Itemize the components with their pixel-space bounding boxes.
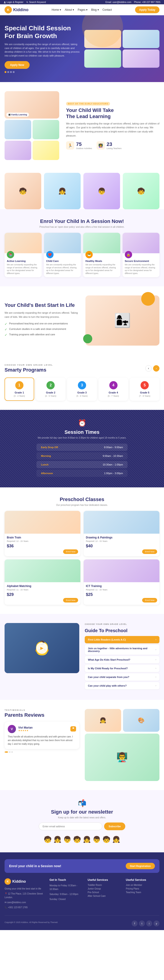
footer-logo[interactable]: K Kiddino	[5, 878, 45, 885]
footer-service-1[interactable]: Toddler Room	[88, 884, 121, 886]
hero-dot-2[interactable]	[7, 71, 9, 73]
stat-outdoor: 🏃 75 Outdoor Activities	[66, 142, 92, 150]
program-card-5[interactable]: 5 Grade 5 (7 - 8 Years)	[130, 377, 159, 401]
review-img-2: 🎨	[123, 709, 159, 732]
enrol-card-img-2	[44, 233, 81, 253]
guide-heading: Guide To Preschool	[85, 628, 159, 633]
review-img-large: 👨‍🏫	[85, 733, 159, 781]
review-dot-3[interactable]	[11, 751, 13, 753]
hero-apply-btn[interactable]: Apply Now	[5, 61, 30, 69]
newsletter-input[interactable]	[39, 822, 102, 830]
grade-ages-4: (6 - 7 Years)	[101, 395, 126, 397]
nav-pages[interactable]: Pages ▾	[78, 8, 88, 11]
footer-service-2[interactable]: Junior Group	[88, 888, 121, 890]
faq-item-6[interactable]: Can your child play with others? ›	[85, 682, 159, 689]
class-img-2	[84, 511, 159, 534]
enrol-heading: Enrol Your Child In A Session Now!	[5, 218, 159, 224]
nav-home[interactable]: Home ▾	[52, 8, 61, 11]
footer-service2-3[interactable]: Teaching Team	[126, 891, 159, 894]
beststart-circle-yellow	[141, 292, 155, 306]
reviews-images: 👧 🎨 👨‍🏫	[85, 709, 159, 781]
nav-about[interactable]: About ▾	[65, 8, 74, 11]
faq-arrow-6: ›	[156, 684, 156, 687]
logo[interactable]: K Kiddino	[5, 6, 29, 13]
enrol-card-4: 🔒 Secure Environment We are constantly e…	[123, 233, 160, 277]
register-button[interactable]: Start Registration	[126, 863, 155, 869]
reviewer-stars: ★★★★★	[18, 729, 33, 732]
session-label-3: Lunch	[41, 463, 49, 466]
faq-q-3: What Age Do Kids Start Preschool?	[88, 659, 130, 661]
faq-arrow-2: ›	[156, 648, 156, 651]
review-dot-2[interactable]	[9, 751, 11, 753]
twitter-icon[interactable]: t	[139, 921, 145, 926]
faq-item-3[interactable]: What Age Do Kids Start Preschool? ›	[85, 656, 159, 663]
prev-arrow[interactable]: ‹	[145, 365, 152, 372]
class-enrol-btn-1[interactable]: Enrol Now	[63, 549, 78, 554]
class-title-1: Brain Train	[7, 536, 78, 539]
session-row-2: Morning 9:00am - 10:30am	[37, 452, 127, 460]
class-enrol-btn-3[interactable]: Enrol Now	[63, 598, 78, 603]
footer-col4-heading: Useful Services	[126, 878, 159, 881]
footer-service-4[interactable]: After School Care	[88, 895, 121, 897]
apply-button[interactable]: Apply Today	[135, 6, 159, 13]
hero-heading: Special Child Session For Brain Growth	[5, 24, 80, 40]
program-card-1[interactable]: 1 Grade 1 (3 - 4 Years)	[5, 377, 34, 401]
footer-cta-heading: Enrol your child in a Session now!	[9, 864, 61, 868]
facebook-icon[interactable]: f	[132, 921, 138, 926]
search-bar[interactable]: Search Keyword	[26, 1, 46, 3]
session-time-3: 10:30am - 1:00pm	[103, 463, 123, 466]
skills-content: BEST OF THE EARLY EDUCATORS Your Child W…	[66, 102, 159, 150]
nav-contact[interactable]: Contact	[102, 8, 112, 11]
session-label-1: Early Drop Off	[41, 446, 58, 449]
play-button[interactable]: ▶	[36, 643, 48, 654]
newsletter-form: Subscribe	[39, 822, 125, 830]
instagram-icon[interactable]: i	[146, 921, 152, 926]
enrol-card-2: ❤️ Child Care We are constantly expandin…	[44, 233, 81, 277]
review-dot-1[interactable]	[5, 751, 8, 753]
hero-dot-3[interactable]	[10, 71, 12, 73]
class-card-3: Alphabet Matching Required: 11 - 15 Year…	[5, 559, 80, 605]
footer-service2-2[interactable]: Pricing Plans	[126, 888, 159, 890]
skill-img-2	[5, 120, 31, 139]
classes-sub: Our preschool program has four dedicated…	[5, 504, 159, 506]
footer-col2-heading: Get In Touch	[49, 878, 83, 881]
class-title-3: Alphabet Matching	[7, 584, 78, 588]
check-icon-2: ✓	[5, 328, 7, 331]
navbar: K Kiddino Home ▾ About ▾ Pages ▾ Blog ▾ …	[0, 4, 164, 15]
enrol-card-desc-2: We are constantly expanding the range of…	[46, 263, 79, 275]
faq-item-2[interactable]: Join us together - little adventures in …	[85, 645, 159, 655]
skill-img-4	[5, 141, 31, 160]
footer-grid: K Kiddino Giving your child the best sta…	[5, 878, 159, 911]
class-required-2: Required: 12 - 15 Years	[86, 540, 108, 542]
hero-dot-1[interactable]	[5, 71, 6, 73]
hero-dot-4[interactable]	[13, 71, 14, 73]
faq-arrow-3: ›	[156, 659, 156, 661]
session-time-4: 1:00pm - 3:00pm	[104, 472, 123, 475]
login-link[interactable]: Login & Register	[4, 1, 24, 3]
phone-contact: Phone: +00 227 897 7655	[134, 1, 160, 3]
check-item-3: ✓ Training programs with attentive and c…	[5, 333, 79, 337]
class-price-1: $36	[7, 544, 78, 549]
faq-item-1[interactable]: First Little Readers (Levels A-C) ›	[85, 636, 159, 643]
session-row-1: Early Drop Off 8:00am - 9:00am	[37, 444, 127, 451]
nav-blog[interactable]: Blog ▾	[91, 8, 99, 11]
session-desc: We provide full day care from 8:00am to …	[5, 436, 159, 439]
footer-phone: 📞 +001 123 657 1765	[5, 906, 45, 909]
footer-about: Giving your child the best start in life	[5, 887, 45, 891]
faq-item-4[interactable]: Is My Child Ready for Preschool? ›	[85, 665, 159, 672]
program-card-4[interactable]: 4 Grade 4 (6 - 7 Years)	[99, 377, 128, 401]
footer-col-contact: Get In Touch Monday to Friday: 8:30am - …	[49, 878, 83, 911]
classes-heading: Preschool Classes	[5, 496, 159, 503]
subscribe-button[interactable]: Subscribe	[104, 822, 125, 830]
footer-service2-1[interactable]: Join on Member	[126, 884, 159, 886]
program-card-3[interactable]: 3 Grade 3 (5 - 6 Years)	[67, 377, 97, 401]
guide-video[interactable]: 👶 ▶	[5, 623, 79, 673]
program-card-2[interactable]: 2 Grade 2 (4 - 5 Years)	[36, 377, 65, 401]
footer-service-3[interactable]: Pre-School	[88, 891, 121, 894]
class-enrol-btn-4[interactable]: Enrol Now	[142, 598, 157, 603]
newsletter-section: 📬 Sign up for our newsletter Keep up to …	[0, 790, 164, 852]
next-arrow[interactable]: ›	[153, 365, 159, 372]
youtube-icon[interactable]: y	[153, 921, 159, 926]
faq-item-5[interactable]: Can your child separate from you? ›	[85, 673, 159, 681]
class-enrol-btn-2[interactable]: Enrol Now	[142, 549, 157, 554]
